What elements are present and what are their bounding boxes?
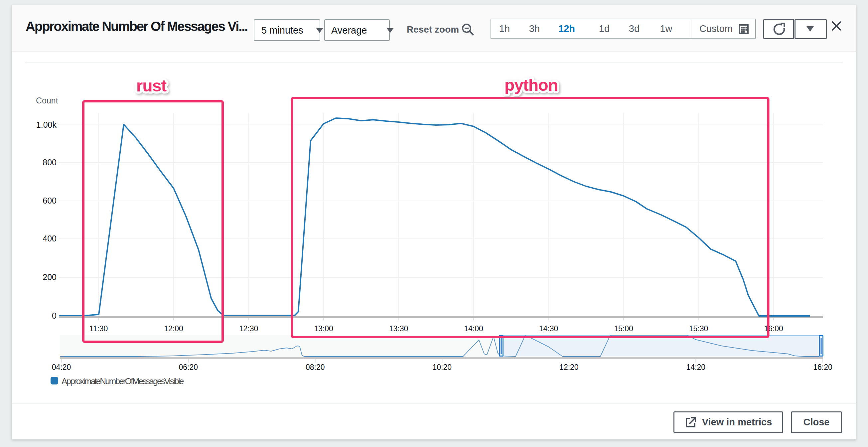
svg-text:python: python [504, 76, 558, 94]
svg-text:14:00: 14:00 [464, 324, 483, 333]
svg-text:14:20: 14:20 [686, 363, 706, 371]
svg-text:1.00k: 1.00k [36, 120, 57, 129]
svg-text:16:20: 16:20 [813, 363, 832, 371]
svg-text:14:30: 14:30 [539, 324, 558, 333]
svg-text:ApproximateNumberOfMessagesVis: ApproximateNumberOfMessagesVisible [62, 376, 184, 386]
svg-text:400: 400 [42, 234, 57, 243]
svg-text:15:30: 15:30 [689, 324, 708, 333]
svg-text:rust: rust [136, 77, 167, 95]
svg-text:06:20: 06:20 [179, 363, 198, 371]
svg-text:12:00: 12:00 [164, 324, 183, 333]
svg-text:13:00: 13:00 [314, 324, 333, 333]
svg-text:Count: Count [36, 96, 58, 105]
svg-text:11:30: 11:30 [89, 324, 108, 333]
svg-text:10:20: 10:20 [433, 363, 452, 371]
svg-text:0: 0 [52, 311, 57, 320]
svg-text:200: 200 [42, 272, 57, 282]
svg-text:12:20: 12:20 [559, 363, 579, 371]
svg-text:08:20: 08:20 [306, 363, 325, 371]
svg-text:16:00: 16:00 [764, 324, 783, 333]
svg-text:15:00: 15:00 [614, 324, 633, 333]
svg-text:800: 800 [42, 158, 57, 167]
svg-text:04:20: 04:20 [52, 363, 71, 371]
svg-text:13:30: 13:30 [389, 324, 408, 333]
svg-text:600: 600 [42, 196, 57, 205]
svg-text:12:30: 12:30 [239, 324, 258, 333]
